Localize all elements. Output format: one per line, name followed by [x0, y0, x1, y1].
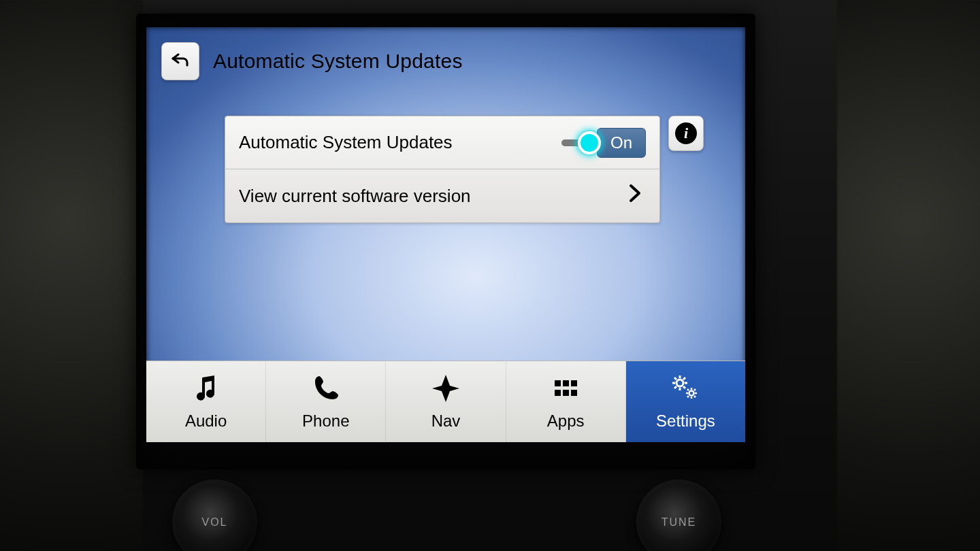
svg-rect-1 — [563, 380, 569, 386]
gears-icon — [670, 373, 700, 407]
auto-update-toggle[interactable]: On — [561, 128, 646, 158]
tab-label: Nav — [431, 412, 461, 431]
svg-line-11 — [674, 378, 676, 380]
chevron-right-icon — [628, 183, 646, 209]
auto-update-label: Automatic System Updates — [239, 132, 453, 153]
knob-label: TUNE — [662, 516, 697, 529]
toggle-state-label: On — [597, 128, 646, 158]
svg-line-12 — [683, 386, 685, 388]
volume-knob[interactable]: VOL — [172, 480, 257, 551]
tab-settings[interactable]: Settings — [626, 361, 745, 442]
svg-line-20 — [687, 389, 689, 390]
knob-label: VOL — [201, 516, 227, 529]
compass-icon — [431, 373, 461, 407]
svg-line-13 — [674, 386, 676, 388]
tab-label: Settings — [656, 412, 715, 431]
touchscreen: Automatic System Updates Automatic Syste… — [146, 27, 745, 442]
svg-point-15 — [689, 390, 694, 395]
svg-rect-3 — [555, 390, 561, 396]
info-icon: i — [675, 122, 697, 144]
svg-rect-0 — [555, 380, 561, 386]
tab-label: Phone — [302, 412, 349, 431]
ambient-left — [0, 0, 143, 551]
view-version-label: View current software version — [239, 186, 471, 207]
grid-icon — [551, 373, 581, 407]
svg-line-23 — [694, 389, 696, 390]
back-icon — [169, 49, 191, 73]
row-view-version[interactable]: View current software version — [225, 169, 659, 222]
music-icon — [191, 373, 221, 407]
ambient-right — [837, 0, 980, 551]
phone-icon — [311, 373, 341, 407]
svg-rect-4 — [563, 390, 569, 396]
tab-apps[interactable]: Apps — [506, 361, 626, 442]
tab-audio[interactable]: Audio — [146, 361, 266, 442]
tab-label: Audio — [185, 412, 227, 431]
svg-rect-5 — [571, 390, 577, 396]
svg-line-22 — [687, 396, 689, 397]
back-button[interactable] — [161, 42, 199, 80]
settings-panel: Automatic System Updates On View current… — [225, 116, 660, 223]
toggle-knob — [578, 131, 601, 154]
row-auto-update: Automatic System Updates On — [225, 116, 659, 169]
header-bar: Automatic System Updates — [161, 42, 730, 80]
svg-rect-2 — [571, 380, 577, 386]
svg-line-21 — [694, 396, 696, 397]
device-bezel: Automatic System Updates Automatic Syste… — [136, 14, 755, 469]
svg-point-6 — [676, 380, 683, 386]
tab-nav[interactable]: Nav — [386, 361, 506, 442]
info-button[interactable]: i — [668, 116, 704, 151]
tab-phone[interactable]: Phone — [266, 361, 386, 442]
page-title: Automatic System Updates — [213, 50, 463, 73]
tab-bar: Audio Phone Nav — [146, 361, 745, 442]
tab-label: Apps — [547, 412, 585, 431]
tune-knob[interactable]: TUNE — [636, 480, 721, 551]
svg-line-14 — [683, 378, 685, 380]
